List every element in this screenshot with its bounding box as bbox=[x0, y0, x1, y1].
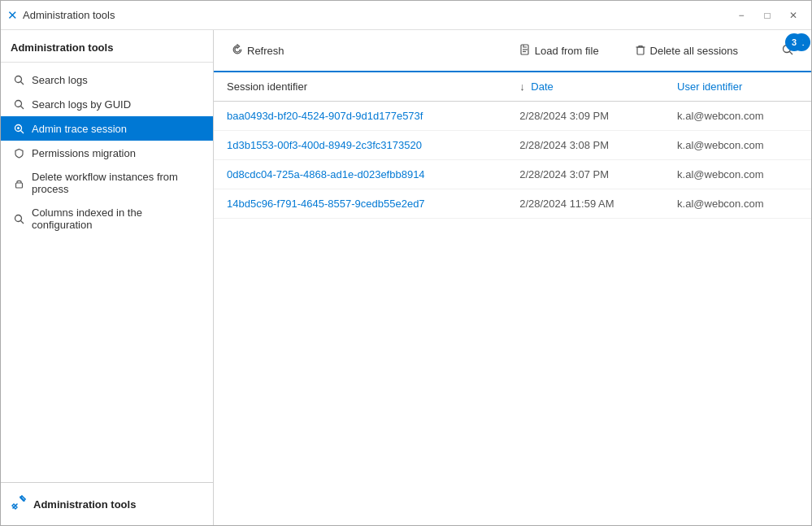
user-id-cell: k.al@webcon.com bbox=[664, 131, 811, 160]
svg-line-16 bbox=[790, 51, 793, 54]
sidebar-item-label: Columns indexed in the configuration bbox=[32, 206, 202, 231]
user-id-cell: k.al@webcon.com bbox=[664, 160, 811, 189]
title-bar-controls: − □ ✕ bbox=[730, 7, 805, 24]
refresh-button[interactable]: Refresh bbox=[224, 40, 293, 62]
svg-line-9 bbox=[20, 220, 24, 224]
load-from-file-button[interactable]: Load from file bbox=[511, 40, 607, 62]
minimize-button[interactable]: − bbox=[730, 7, 753, 24]
table-row: 0d8cdc04-725a-4868-ad1e-d023efbb89142/28… bbox=[214, 160, 811, 189]
sidebar-item-columns-indexed[interactable]: Columns indexed in the configuration bbox=[1, 201, 213, 237]
user-id-cell: k.al@webcon.com bbox=[664, 189, 811, 219]
sessions-table: Session identifier ↓ Date User identifie… bbox=[214, 72, 811, 219]
toolbar: Refresh 1 Load from file 2 bbox=[214, 30, 811, 72]
session-id-link[interactable]: 1d3b1553-00f3-400d-8949-2c3fc3173520 bbox=[227, 139, 422, 151]
sidebar: Administration tools Search logs bbox=[1, 30, 214, 525]
svg-point-0 bbox=[15, 76, 21, 82]
sidebar-item-label: Search logs by GUID bbox=[32, 98, 131, 111]
sidebar-header: Administration tools bbox=[1, 30, 213, 63]
session-id-link[interactable]: 14bd5c96-f791-4645-8557-9cedb55e2ed7 bbox=[227, 198, 425, 210]
shield-icon bbox=[12, 146, 25, 159]
table-area: Session identifier ↓ Date User identifie… bbox=[214, 72, 811, 525]
session-id-cell[interactable]: 14bd5c96-f791-4645-8557-9cedb55e2ed7 bbox=[214, 189, 506, 219]
window-title: Administration tools bbox=[23, 9, 115, 21]
refresh-label: Refresh bbox=[247, 45, 284, 57]
col-date-label: Date bbox=[531, 80, 553, 93]
date-cell: 2/28/2024 3:08 PM bbox=[506, 131, 664, 160]
sidebar-item-admin-trace[interactable]: Admin trace session bbox=[1, 116, 213, 141]
svg-point-8 bbox=[15, 215, 21, 221]
admin-tools-footer-icon bbox=[11, 494, 27, 514]
search-icon-2 bbox=[12, 98, 25, 111]
table-row: 1d3b1553-00f3-400d-8949-2c3fc31735202/28… bbox=[214, 131, 811, 160]
close-button[interactable]: ✕ bbox=[782, 7, 805, 24]
svg-rect-7 bbox=[15, 183, 22, 188]
delete-all-sessions-button[interactable]: Delete all sessions bbox=[627, 40, 746, 62]
sidebar-item-label: Admin trace session bbox=[32, 123, 127, 135]
refresh-icon bbox=[232, 44, 243, 58]
user-id-cell: k.al@webcon.com bbox=[664, 102, 811, 131]
main-window: ✕ Administration tools − □ ✕ Administrat… bbox=[0, 0, 812, 526]
restore-button[interactable]: □ bbox=[756, 7, 779, 24]
main-layout: Administration tools Search logs bbox=[1, 30, 811, 525]
sidebar-item-label: Search logs bbox=[32, 74, 88, 86]
table-row: 14bd5c96-f791-4645-8557-9cedb55e2ed72/28… bbox=[214, 189, 811, 219]
session-id-cell[interactable]: baa0493d-bf20-4524-907d-9d1d177e573f bbox=[214, 102, 506, 131]
load-file-icon bbox=[519, 44, 531, 58]
col-header-date[interactable]: ↓ Date bbox=[506, 72, 664, 102]
sidebar-item-permissions[interactable]: Permissions migration bbox=[1, 141, 213, 165]
date-cell: 2/28/2024 3:07 PM bbox=[506, 160, 664, 189]
main-content: Refresh 1 Load from file 2 bbox=[214, 30, 811, 525]
col-user-id-label: User identifier bbox=[677, 80, 742, 93]
sidebar-item-search-logs[interactable]: Search logs bbox=[1, 67, 213, 92]
sort-arrow-icon: ↓ bbox=[519, 80, 525, 93]
sidebar-item-label: Delete workflow instances from process bbox=[32, 171, 202, 195]
col-header-user-id: User identifier bbox=[664, 72, 811, 102]
sidebar-footer-label: Administration tools bbox=[33, 498, 136, 511]
table-row: baa0493d-bf20-4524-907d-9d1d177e573f2/28… bbox=[214, 102, 811, 131]
date-cell: 2/28/2024 11:59 AM bbox=[506, 189, 664, 219]
trash-icon bbox=[635, 44, 646, 58]
badge-3: 3 bbox=[785, 33, 803, 51]
svg-line-3 bbox=[20, 106, 24, 109]
col-session-id-label: Session identifier bbox=[227, 80, 307, 93]
title-bar: ✕ Administration tools − □ ✕ bbox=[1, 1, 811, 30]
title-bar-left: ✕ Administration tools bbox=[7, 8, 115, 23]
sidebar-footer: Administration tools bbox=[1, 482, 213, 525]
session-id-cell[interactable]: 1d3b1553-00f3-400d-8949-2c3fc3173520 bbox=[214, 131, 506, 160]
sidebar-nav: Search logs Search logs by GUID bbox=[1, 63, 213, 482]
svg-point-2 bbox=[15, 100, 21, 107]
session-id-link[interactable]: 0d8cdc04-725a-4868-ad1e-d023efbb8914 bbox=[227, 168, 425, 180]
table-header-row: Session identifier ↓ Date User identifie… bbox=[214, 72, 811, 102]
sidebar-item-delete-workflow[interactable]: Delete workflow instances from process bbox=[1, 165, 213, 201]
delete-all-sessions-label: Delete all sessions bbox=[650, 45, 738, 57]
trace-icon bbox=[12, 122, 25, 135]
sidebar-item-label: Permissions migration bbox=[32, 147, 136, 159]
search-icon-3 bbox=[12, 212, 25, 225]
app-icon: ✕ bbox=[7, 8, 18, 23]
session-id-cell[interactable]: 0d8cdc04-725a-4868-ad1e-d023efbb8914 bbox=[214, 160, 506, 189]
svg-point-6 bbox=[17, 127, 20, 129]
search-icon bbox=[12, 73, 25, 86]
col-header-session-id: Session identifier bbox=[214, 72, 506, 102]
load-from-file-label: Load from file bbox=[535, 45, 599, 57]
svg-line-5 bbox=[20, 130, 24, 133]
svg-rect-13 bbox=[637, 47, 644, 54]
sidebar-item-search-logs-guid[interactable]: Search logs by GUID bbox=[1, 92, 213, 116]
svg-line-1 bbox=[20, 81, 24, 85]
session-id-link[interactable]: baa0493d-bf20-4524-907d-9d1d177e573f bbox=[227, 110, 423, 122]
date-cell: 2/28/2024 3:09 PM bbox=[506, 102, 664, 131]
lock-icon bbox=[12, 176, 25, 189]
